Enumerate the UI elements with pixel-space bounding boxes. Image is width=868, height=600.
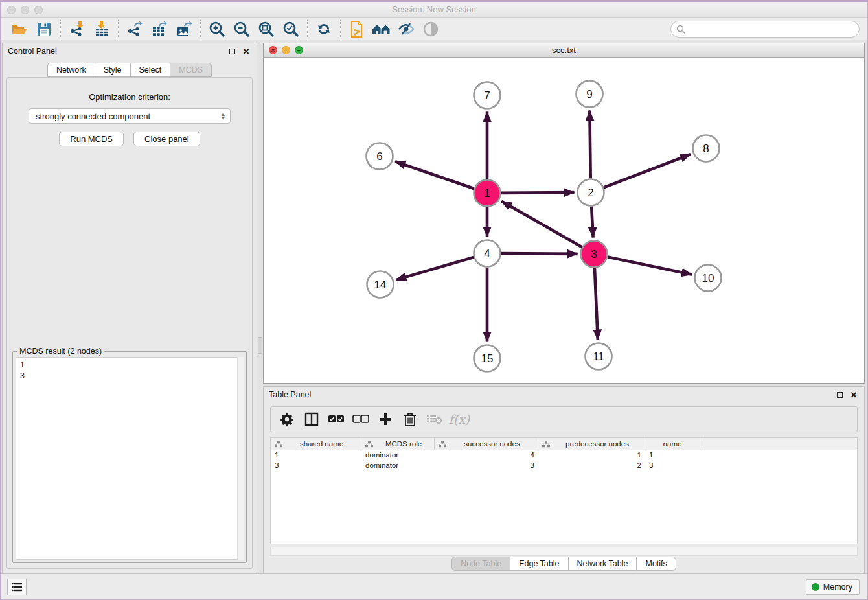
close-icon: ✕ [851, 390, 858, 400]
zoom-out-icon [233, 21, 250, 38]
zoom-out-button[interactable] [229, 19, 254, 39]
graph-edge-3-1[interactable] [501, 202, 582, 248]
table-panel-header: Table Panel ✕ [264, 387, 864, 402]
tab-style[interactable]: Style [95, 63, 130, 77]
graph-edge-1-6[interactable] [395, 161, 474, 189]
column-header-successor-nodes[interactable]: successor nodes [435, 438, 538, 450]
unchecked-boxes-icon [352, 415, 369, 424]
column-label: predecessor nodes [550, 440, 645, 448]
table-cell[interactable]: 3 [645, 461, 700, 471]
svg-text:9: 9 [586, 88, 592, 100]
import-network-button[interactable] [65, 19, 89, 39]
table-horizontal-scrollbar[interactable] [270, 547, 858, 556]
graph-edge-3-11[interactable] [595, 268, 598, 340]
table-cell[interactable]: 1 [645, 450, 700, 461]
table-row[interactable]: 3dominator323 [271, 461, 857, 471]
gear-icon [280, 413, 293, 426]
criterion-select[interactable]: strongly connected component ▲▼ [29, 108, 231, 124]
tab-edge-table[interactable]: Edge Table [510, 557, 567, 571]
zoom-selected-button[interactable] [279, 19, 303, 39]
tab-mcds[interactable]: MCDS [170, 63, 212, 77]
open-session-button[interactable] [7, 19, 32, 39]
tab-network[interactable]: Network [47, 63, 95, 77]
close-table-panel-button[interactable]: ✕ [849, 389, 859, 400]
graph-node-8[interactable]: 8 [693, 135, 720, 162]
delete-column-button[interactable] [399, 409, 421, 430]
tab-motifs[interactable]: Motifs [636, 557, 676, 571]
save-session-button[interactable] [32, 19, 56, 39]
function-builder-button[interactable]: f(x) [448, 409, 470, 430]
column-label: successor nodes [446, 440, 538, 448]
float-panel-button[interactable] [227, 46, 237, 56]
run-mcds-button[interactable]: Run MCDS [59, 132, 124, 146]
select-all-rows-button[interactable] [325, 409, 347, 430]
memory-button[interactable]: Memory [806, 579, 860, 595]
show-columns-button[interactable] [301, 409, 323, 430]
graph-node-6[interactable]: 6 [367, 143, 393, 170]
tab-node-table[interactable]: Node Table [451, 557, 510, 571]
export-network-button[interactable] [122, 19, 147, 39]
tab-select[interactable]: Select [130, 63, 170, 77]
graph-edge-2-3[interactable] [591, 206, 593, 237]
search-input[interactable] [670, 21, 860, 38]
table-cell[interactable]: 2 [538, 461, 645, 471]
graph-node-15[interactable]: 15 [474, 345, 501, 372]
deselect-all-rows-button[interactable] [350, 409, 372, 430]
graph-edge-3-10[interactable] [608, 257, 692, 274]
table-cell[interactable]: 1 [538, 450, 645, 461]
graph-edge-4-3[interactable] [501, 253, 577, 254]
graph-node-3[interactable]: 3 [581, 241, 608, 268]
table-cell[interactable]: 3 [271, 461, 361, 471]
tab-network-table[interactable]: Network Table [568, 557, 637, 571]
float-table-panel-button[interactable] [834, 389, 845, 400]
network-canvas[interactable]: 7968124314101511 [264, 58, 864, 383]
column-header-shared-name[interactable]: shared name [271, 438, 361, 450]
graph-node-9[interactable]: 9 [577, 81, 603, 108]
table-row[interactable]: 1dominator411 [271, 450, 857, 461]
graph-edge-2-8[interactable] [604, 154, 691, 187]
graph-node-7[interactable]: 7 [474, 82, 501, 109]
mcds-result-text[interactable]: 1 3 [16, 357, 244, 560]
table-settings-button[interactable] [276, 409, 298, 430]
table-cell[interactable]: dominator [361, 461, 435, 471]
task-history-button[interactable] [7, 579, 27, 595]
zoom-fit-button[interactable] [254, 19, 279, 39]
graph-node-1[interactable]: 1 [474, 180, 501, 207]
graph-node-10[interactable]: 10 [695, 265, 722, 292]
graph-edge-2-9[interactable] [589, 110, 590, 178]
table-cell[interactable]: 3 [435, 461, 538, 471]
create-column-button[interactable] [374, 409, 396, 430]
hide-panel-button[interactable] [418, 19, 443, 39]
network-window-titlebar[interactable]: ✕ − + scc.txt [264, 43, 864, 58]
export-image-button[interactable] [172, 19, 196, 39]
network-window-title: scc.txt [264, 45, 864, 55]
close-panel-button[interactable]: ✕ [241, 46, 251, 56]
column-header-mcds-role[interactable]: MCDS role [361, 438, 435, 450]
close-panel-button-inner[interactable]: Close panel [133, 132, 200, 146]
list-icon [12, 583, 22, 592]
show-networks-button[interactable] [369, 19, 394, 39]
hierarchy-icon [542, 441, 550, 448]
export-table-button[interactable] [147, 19, 172, 39]
table-cell[interactable]: 4 [435, 450, 538, 461]
column-header-name[interactable]: name [645, 438, 700, 450]
import-table-button[interactable] [89, 19, 114, 39]
gray-eye-icon [423, 21, 439, 37]
result-scrollbar[interactable] [237, 357, 244, 560]
apply-layout-button[interactable] [312, 19, 336, 39]
graph-node-11[interactable]: 11 [586, 343, 612, 370]
show-style-button[interactable] [394, 19, 418, 39]
graph-node-14[interactable]: 14 [367, 271, 394, 298]
table-cell[interactable]: 1 [271, 450, 361, 461]
delete-table-button[interactable] [424, 409, 446, 430]
graph-node-4[interactable]: 4 [474, 240, 501, 267]
table-cell[interactable]: dominator [361, 450, 435, 461]
vertical-splitter-grip[interactable] [258, 337, 262, 354]
column-header-predecessor-nodes[interactable]: predecessor nodes [538, 438, 645, 450]
graph-edge-1-2[interactable] [501, 192, 574, 193]
zoom-in-button[interactable] [205, 19, 229, 39]
main-toolbar [1, 18, 867, 40]
graph-node-2[interactable]: 2 [578, 179, 604, 206]
new-network-from-file-button[interactable] [345, 19, 369, 39]
graph-edge-4-14[interactable] [396, 257, 474, 280]
